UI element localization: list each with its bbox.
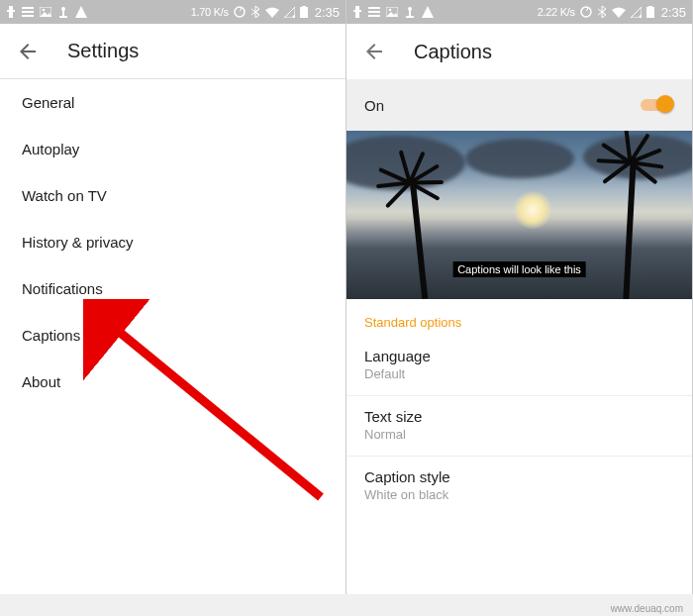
option-title: Text size	[364, 408, 674, 425]
svg-rect-21	[409, 9, 411, 17]
clock: 2:35	[315, 5, 340, 20]
clock: 2:35	[661, 5, 686, 20]
back-arrow-icon[interactable]	[16, 40, 40, 63]
svg-rect-1	[7, 10, 15, 12]
warning-icon	[75, 6, 87, 18]
option-value: Default	[364, 366, 674, 381]
sync-icon	[234, 6, 246, 18]
settings-item-watch-on-tv[interactable]: Watch on TV	[0, 172, 346, 219]
svg-rect-4	[22, 15, 34, 17]
captions-toggle-row: On	[346, 79, 692, 131]
checklist-icon	[22, 6, 34, 18]
image-icon	[40, 7, 51, 17]
svg-rect-12	[302, 6, 306, 7]
svg-rect-8	[62, 9, 64, 17]
svg-point-19	[389, 9, 392, 12]
key-icon	[352, 6, 362, 18]
svg-rect-9	[59, 16, 67, 18]
svg-rect-15	[368, 7, 380, 9]
watermark: www.deuaq.com	[611, 603, 683, 614]
wifi-icon	[265, 7, 279, 18]
image-icon	[386, 7, 398, 17]
settings-item-general[interactable]: General	[0, 79, 346, 126]
page-title: Settings	[67, 40, 139, 62]
battery-icon	[300, 6, 308, 18]
bluetooth-icon	[250, 6, 260, 18]
warning-icon	[422, 6, 434, 18]
svg-point-10	[235, 7, 245, 17]
option-language[interactable]: Language Default	[346, 336, 692, 396]
option-title: Caption style	[364, 468, 674, 485]
svg-rect-22	[406, 16, 414, 18]
page-title: Captions	[414, 41, 492, 63]
settings-screen: 1.70 K/s 2:35 Settings General Autoplay …	[0, 0, 346, 594]
option-value: White on black	[364, 487, 674, 502]
caption-sample-text: Captions will look like this	[452, 261, 586, 277]
usb-icon	[404, 6, 416, 18]
wifi-icon	[612, 7, 626, 18]
app-bar: Settings	[0, 24, 346, 79]
key-icon	[6, 6, 16, 18]
svg-rect-16	[368, 11, 380, 13]
settings-item-autoplay[interactable]: Autoplay	[0, 126, 346, 172]
sync-icon	[580, 6, 592, 18]
bluetooth-icon	[597, 6, 607, 18]
option-title: Language	[364, 348, 674, 364]
settings-item-about[interactable]: About	[0, 359, 346, 405]
checklist-icon	[368, 6, 380, 18]
svg-point-6	[43, 9, 46, 12]
svg-rect-3	[22, 11, 34, 13]
battery-icon	[646, 6, 654, 18]
status-bar: 1.70 K/s 2:35	[0, 0, 346, 24]
caption-preview: Captions will look like this	[346, 131, 692, 299]
network-speed: 1.70 K/s	[191, 6, 229, 18]
option-value: Normal	[364, 427, 674, 442]
option-caption-style[interactable]: Caption style White on black	[346, 457, 692, 516]
settings-item-history-privacy[interactable]: History & privacy	[0, 219, 346, 265]
usb-icon	[57, 6, 69, 18]
svg-point-23	[581, 7, 591, 17]
option-text-size[interactable]: Text size Normal	[346, 396, 692, 457]
svg-rect-11	[300, 7, 308, 18]
cell-signal-icon	[284, 7, 295, 18]
svg-rect-25	[648, 6, 652, 7]
captions-screen: 2.22 K/s 2:35 Captions On	[346, 0, 692, 594]
network-speed: 2.22 K/s	[538, 6, 575, 18]
settings-item-notifications[interactable]: Notifications	[0, 265, 346, 312]
toggle-label: On	[364, 97, 384, 114]
svg-rect-17	[368, 15, 380, 17]
settings-item-captions[interactable]: Captions	[0, 312, 346, 359]
cell-signal-icon	[631, 7, 642, 18]
svg-rect-2	[22, 7, 34, 9]
captions-switch[interactable]	[641, 95, 674, 115]
back-arrow-icon[interactable]	[362, 40, 386, 63]
status-bar: 2.22 K/s 2:35	[346, 0, 692, 24]
app-bar: Captions	[346, 24, 692, 79]
svg-rect-14	[353, 10, 361, 12]
section-header: Standard options	[346, 299, 692, 336]
svg-rect-24	[646, 7, 654, 18]
settings-list: General Autoplay Watch on TV History & p…	[0, 79, 346, 594]
